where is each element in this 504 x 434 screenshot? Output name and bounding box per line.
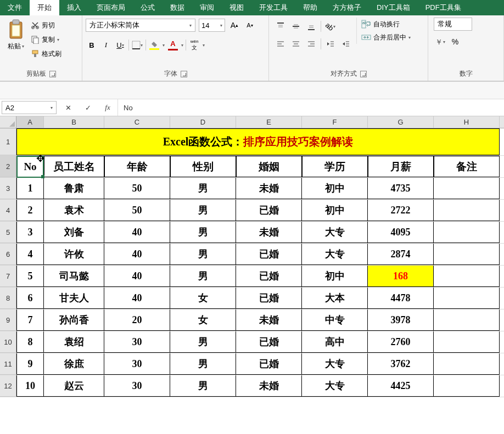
row-header-6[interactable]: 6 <box>0 244 16 265</box>
tab-10[interactable]: 方方格子 <box>325 0 369 15</box>
data-cell[interactable] <box>434 266 500 287</box>
data-cell[interactable]: 40 <box>104 266 170 287</box>
align-left-button[interactable] <box>275 38 287 50</box>
row-header-4[interactable]: 4 <box>0 200 16 221</box>
tab-1[interactable]: 开始 <box>30 0 59 15</box>
font-color-button[interactable]: A <box>167 39 179 51</box>
tab-12[interactable]: PDF工具集 <box>418 0 469 15</box>
increase-font-button[interactable]: A▴ <box>228 19 240 31</box>
data-cell[interactable]: 男 <box>170 266 236 287</box>
data-cell[interactable]: 50 <box>104 200 170 221</box>
data-cell[interactable]: 男 <box>170 353 236 375</box>
row-header-5[interactable]: 5 <box>0 222 16 243</box>
cancel-button[interactable]: ✕ <box>58 104 78 112</box>
data-cell[interactable]: 8 <box>16 331 44 353</box>
data-cell[interactable]: 袁术 <box>44 200 104 221</box>
data-cell[interactable]: 男 <box>170 375 236 397</box>
data-cell[interactable] <box>434 331 500 353</box>
border-button[interactable]: ▾ <box>131 39 143 51</box>
dialog-launcher-icon[interactable] <box>181 71 187 77</box>
data-cell[interactable]: 中专 <box>302 309 368 331</box>
data-cell[interactable]: 高中 <box>302 331 368 353</box>
data-cell[interactable] <box>434 200 500 221</box>
data-cell[interactable] <box>434 309 500 331</box>
data-cell[interactable]: 已婚 <box>236 244 302 265</box>
row-header-10[interactable]: 10 <box>0 331 16 353</box>
title-cell[interactable]: Excel函数公式：排序应用技巧案例解读 <box>16 128 500 155</box>
number-format-select[interactable]: 常规 <box>434 18 472 31</box>
data-cell[interactable]: 大专 <box>302 244 368 265</box>
align-top-button[interactable] <box>275 20 287 32</box>
decrease-font-button[interactable]: A▾ <box>244 19 256 31</box>
data-cell[interactable]: 许攸 <box>44 244 104 265</box>
data-cell[interactable]: 30 <box>104 331 170 353</box>
data-cell[interactable]: 已婚 <box>236 200 302 221</box>
col-header-C[interactable]: C <box>104 116 170 128</box>
decrease-indent-button[interactable] <box>324 38 337 50</box>
data-cell[interactable]: 女 <box>170 309 236 331</box>
data-cell[interactable]: 3762 <box>368 353 434 375</box>
data-cell[interactable]: 大专 <box>302 222 368 243</box>
align-right-button[interactable] <box>305 38 317 50</box>
cut-button[interactable]: 剪切 <box>31 20 61 31</box>
data-cell[interactable]: 大专 <box>302 353 368 375</box>
row-header-8[interactable]: 8 <box>0 288 16 309</box>
merge-center-button[interactable]: 合并后居中▾ <box>361 32 411 43</box>
fx-button[interactable]: fx <box>98 103 117 112</box>
data-cell[interactable]: 孙尚香 <box>44 309 104 331</box>
data-cell[interactable]: 40 <box>104 222 170 243</box>
data-cell[interactable]: 30 <box>104 353 170 375</box>
col-header-E[interactable]: E <box>236 116 302 128</box>
header-cell[interactable]: 性别 <box>170 156 236 177</box>
row-header-12[interactable]: 12 <box>0 375 16 397</box>
data-cell[interactable]: 40 <box>104 244 170 265</box>
data-cell[interactable]: 刘备 <box>44 222 104 243</box>
data-cell[interactable]: 168 <box>368 266 434 287</box>
percent-button[interactable]: % <box>449 36 461 48</box>
col-header-G[interactable]: G <box>368 116 434 128</box>
row-header-2[interactable]: 2 <box>0 156 16 177</box>
tab-7[interactable]: 视图 <box>222 0 251 15</box>
header-cell[interactable]: 月薪 <box>368 156 434 177</box>
data-cell[interactable]: 司马懿 <box>44 266 104 287</box>
data-cell[interactable]: 初中 <box>302 200 368 221</box>
data-cell[interactable]: 男 <box>170 244 236 265</box>
tab-6[interactable]: 审阅 <box>192 0 222 15</box>
data-cell[interactable]: 大本 <box>302 288 368 309</box>
col-header-D[interactable]: D <box>170 116 236 128</box>
tab-2[interactable]: 插入 <box>59 0 89 15</box>
data-cell[interactable] <box>434 288 500 309</box>
formula-input[interactable]: No <box>118 99 504 116</box>
data-cell[interactable]: 已婚 <box>236 331 302 353</box>
data-cell[interactable]: 赵云 <box>44 375 104 397</box>
data-cell[interactable]: 未婚 <box>236 375 302 397</box>
wrap-text-button[interactable]: ab自动换行 <box>361 19 411 30</box>
row-header-1[interactable]: 1 <box>0 128 16 155</box>
copy-button[interactable]: 复制▾ <box>31 34 61 45</box>
data-cell[interactable]: 未婚 <box>236 178 302 199</box>
format-painter-button[interactable]: 格式刷 <box>31 48 61 59</box>
data-cell[interactable] <box>434 222 500 243</box>
row-header-9[interactable]: 9 <box>0 309 16 331</box>
header-cell[interactable]: 年龄 <box>104 156 170 177</box>
data-cell[interactable]: 40 <box>104 288 170 309</box>
data-cell[interactable]: 2722 <box>368 200 434 221</box>
italic-button[interactable]: I <box>100 39 112 51</box>
data-cell[interactable]: 3 <box>16 222 44 243</box>
col-header-A[interactable]: A <box>16 116 44 128</box>
data-cell[interactable]: 7 <box>16 309 44 331</box>
data-cell[interactable]: 已婚 <box>236 288 302 309</box>
col-header-H[interactable]: H <box>434 116 500 128</box>
bold-button[interactable]: B <box>86 39 98 51</box>
data-cell[interactable]: 已婚 <box>236 266 302 287</box>
data-cell[interactable]: 鲁肃 <box>44 178 104 199</box>
row-header-3[interactable]: 3 <box>0 178 16 199</box>
data-cell[interactable]: 甘夫人 <box>44 288 104 309</box>
paste-button[interactable]: 粘贴▾ <box>3 18 29 52</box>
data-cell[interactable]: 9 <box>16 353 44 375</box>
phonetic-button[interactable]: wén文 <box>188 39 200 51</box>
fill-color-button[interactable] <box>148 39 160 51</box>
data-cell[interactable]: 6 <box>16 288 44 309</box>
data-cell[interactable]: 未婚 <box>236 222 302 243</box>
data-cell[interactable]: 大专 <box>302 375 368 397</box>
